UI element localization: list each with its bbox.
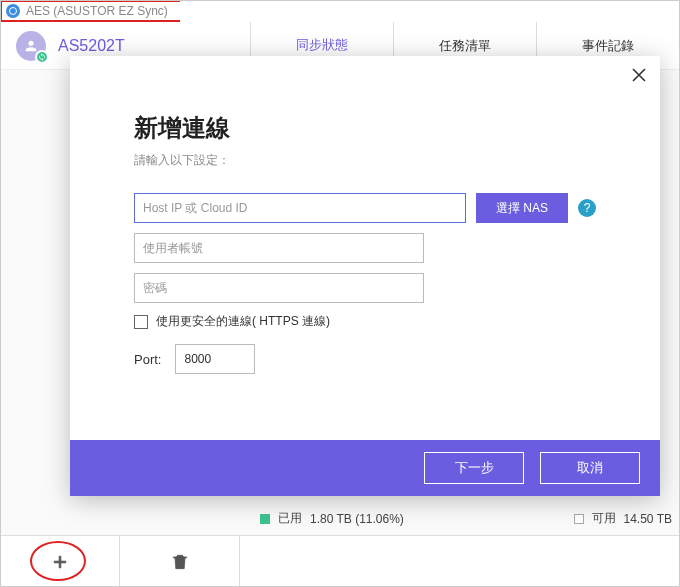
new-connection-dialog: 新增連線 請輸入以下設定： 選擇 NAS ? 使用更安全的連線( HTTPS 連… xyxy=(70,56,660,496)
add-connection-button[interactable] xyxy=(0,536,120,587)
dialog-title: 新增連線 xyxy=(134,112,596,144)
plus-icon xyxy=(50,552,70,572)
free-swatch-icon xyxy=(574,514,584,524)
app-icon xyxy=(6,4,20,18)
device-name: AS5202T xyxy=(58,37,125,55)
tab-label: 同步狀態 xyxy=(296,36,348,54)
used-value: 1.80 TB (11.06%) xyxy=(310,512,404,526)
free-value: 14.50 TB xyxy=(624,512,672,526)
sync-badge-icon xyxy=(35,50,49,64)
next-button[interactable]: 下一步 xyxy=(424,452,524,484)
host-input[interactable] xyxy=(134,193,466,223)
close-button[interactable] xyxy=(632,66,646,87)
dialog-footer: 下一步 取消 xyxy=(70,440,660,496)
select-nas-button[interactable]: 選擇 NAS xyxy=(476,193,568,223)
help-icon[interactable]: ? xyxy=(578,199,596,217)
bottom-toolbar xyxy=(0,535,680,587)
free-label: 可用 xyxy=(592,510,616,527)
app-title: AES (ASUSTOR EZ Sync) xyxy=(26,4,168,18)
password-input[interactable] xyxy=(134,273,424,303)
avatar xyxy=(16,31,46,61)
cancel-button[interactable]: 取消 xyxy=(540,452,640,484)
tab-label: 任務清單 xyxy=(439,37,491,55)
used-swatch-icon xyxy=(260,514,270,524)
title-bar: AES (ASUSTOR EZ Sync) xyxy=(0,0,180,22)
trash-icon xyxy=(170,552,190,572)
https-label: 使用更安全的連線( HTTPS 連線) xyxy=(156,313,330,330)
storage-summary: 已用 1.80 TB (11.06%) 可用 14.50 TB xyxy=(260,510,672,527)
port-label: Port: xyxy=(134,352,161,367)
used-label: 已用 xyxy=(278,510,302,527)
tab-label: 事件記錄 xyxy=(582,37,634,55)
https-checkbox[interactable] xyxy=(134,315,148,329)
port-input[interactable] xyxy=(175,344,255,374)
dialog-subtitle: 請輸入以下設定： xyxy=(134,152,596,169)
delete-button[interactable] xyxy=(120,536,240,587)
username-input[interactable] xyxy=(134,233,424,263)
close-icon xyxy=(632,68,646,82)
